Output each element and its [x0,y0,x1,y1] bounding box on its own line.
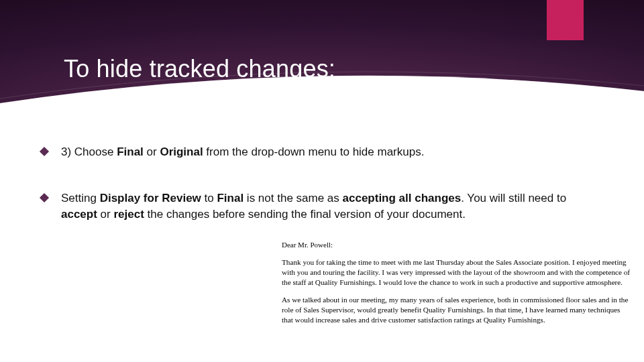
text-run: 3) Choose [61,145,117,158]
text-run: the changes before sending the final ver… [144,208,466,221]
slide-body: 3) Choose Final or Original from the dro… [0,114,644,223]
accent-tab [547,0,584,40]
doc-greeting: Dear Mr. Powell: [282,240,631,250]
text-run: . You will still need to [461,192,566,204]
bold-run: reject [113,208,144,221]
bullet-text: 3) Choose Final or Original from the dro… [61,144,424,161]
bold-run: accept [61,208,97,221]
bold-run: Original [160,145,203,158]
text-run: is not the same as [244,192,342,204]
doc-paragraph: Thank you for taking the time to meet wi… [282,257,631,288]
bullet-item: 3) Choose Final or Original from the dro… [37,144,607,161]
sample-document: Dear Mr. Powell: Thank you for taking th… [282,240,631,333]
diamond-bullet-icon [40,147,49,156]
bold-run: Display for Review [100,192,201,204]
bullet-text: Setting Display for Review to Final is n… [61,190,591,223]
slide-title: To hide tracked changes: [64,55,335,83]
slide-header: To hide tracked changes: [0,0,644,114]
bold-run: accepting all changes [343,192,462,204]
diamond-bullet-icon [40,193,49,202]
bullet-item: Setting Display for Review to Final is n… [37,190,607,223]
doc-paragraph: As we talked about in our meeting, my ma… [282,295,631,325]
text-run: from the drop-down menu to hide markups. [203,145,425,158]
text-run: or [97,208,114,221]
text-run: or [144,145,160,158]
bold-run: Final [117,145,144,158]
text-run: Setting [61,192,100,204]
text-run: to [201,192,217,204]
bold-run: Final [217,192,244,204]
